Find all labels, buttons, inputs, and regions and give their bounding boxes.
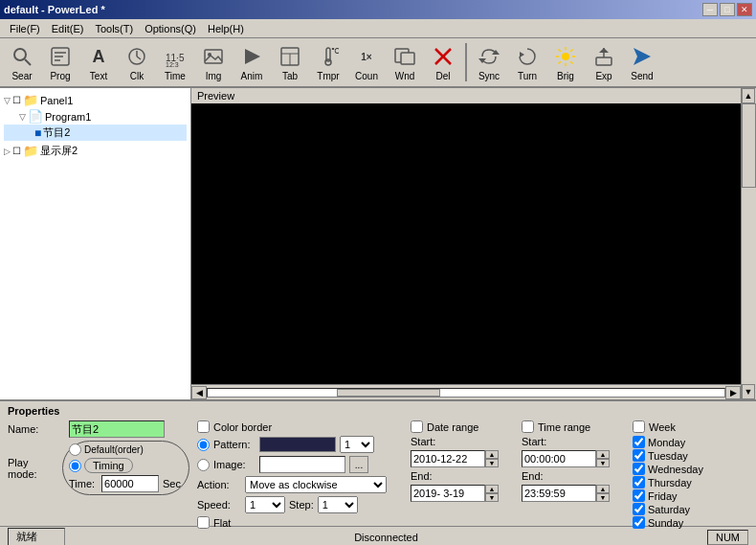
tool-img[interactable]: Img — [195, 40, 232, 84]
friday-checkbox[interactable] — [633, 489, 645, 502]
tool-tab[interactable]: Tab — [272, 40, 308, 84]
props-left-section: Name: Play mode: Default(order) Timing — [8, 420, 189, 495]
playmode-timing-radio[interactable] — [69, 460, 81, 472]
tree-item-program1[interactable]: ▽ 📄 Program1 — [4, 108, 187, 125]
time-row: Time: Sec — [69, 475, 181, 492]
app-title: default - PowerLed * — [4, 4, 105, 15]
name-row: Name: — [8, 420, 189, 438]
svg-point-0 — [14, 49, 26, 60]
image-browse-btn[interactable]: ... — [349, 456, 368, 473]
tree-item-panel1[interactable]: ▽ ☐ 📁 Panel1 — [4, 92, 187, 108]
tree-item-jie2[interactable]: ■ 节目2 — [4, 125, 187, 141]
tool-brig[interactable]: Brig — [547, 40, 584, 84]
week-tuesday: Tuesday — [633, 449, 728, 462]
close-button[interactable]: ✕ — [737, 3, 752, 16]
week-checkbox[interactable] — [633, 420, 645, 433]
time-input[interactable] — [101, 475, 159, 492]
time-start-down[interactable]: ▼ — [596, 459, 610, 467]
props-week: Week Monday Tuesday Wednesday Thursday F… — [633, 420, 728, 529]
pattern-select[interactable]: 1 2 — [340, 436, 374, 453]
svg-text:℃: ℃ — [331, 47, 339, 56]
menu-tools[interactable]: Tools(T) — [89, 21, 139, 36]
speed-select[interactable]: 123 — [245, 496, 285, 513]
start-date-up[interactable]: ▲ — [485, 450, 499, 459]
menu-help[interactable]: Help(H) — [202, 21, 250, 36]
saturday-checkbox[interactable] — [633, 503, 645, 515]
h-scrollbar: ◀ ▶ — [191, 384, 741, 399]
time-end-down[interactable]: ▼ — [596, 493, 610, 502]
tool-sync[interactable]: Sync — [471, 40, 507, 84]
tool-turn[interactable]: Turn — [509, 40, 545, 84]
date-range-header: Date range — [411, 420, 514, 433]
tool-tmpr-label: Tmpr — [317, 71, 339, 81]
start-date-down[interactable]: ▼ — [485, 459, 499, 467]
step-select[interactable]: 123 — [318, 496, 358, 513]
wednesday-checkbox[interactable] — [633, 463, 645, 475]
minimize-button[interactable]: ─ — [702, 3, 718, 16]
image-radio[interactable] — [197, 459, 210, 471]
h-scroll-thumb[interactable] — [337, 389, 440, 397]
menu-options[interactable]: Options(Q) — [139, 21, 202, 36]
sunday-checkbox[interactable] — [633, 516, 645, 529]
time-range-checkbox[interactable] — [522, 420, 534, 433]
tool-time[interactable]: 11·512:3 Time — [157, 40, 193, 84]
time-end-input[interactable] — [522, 485, 596, 502]
tool-prog[interactable]: Prog — [42, 40, 78, 84]
scroll-right-btn[interactable]: ▶ — [725, 386, 741, 399]
tool-anim[interactable]: Anim — [233, 40, 270, 84]
svg-line-32 — [559, 50, 561, 52]
date-range-checkbox[interactable] — [411, 420, 423, 433]
end-date-down[interactable]: ▼ — [485, 493, 499, 502]
playmode-default-radio[interactable] — [69, 443, 81, 456]
tool-tmpr[interactable]: ℃ Tmpr — [310, 40, 346, 84]
tool-text[interactable]: A Text — [80, 40, 117, 84]
tool-prog-label: Prog — [50, 71, 70, 81]
tool-sear[interactable]: Sear — [4, 40, 40, 84]
tool-clk[interactable]: Clk — [119, 40, 155, 84]
menu-edit[interactable]: Edit(E) — [46, 21, 90, 36]
tuesday-checkbox[interactable] — [633, 449, 645, 462]
preview-area-container: Preview ◀ ▶ — [191, 88, 741, 399]
v-scroll-thumb[interactable] — [742, 103, 756, 188]
svg-line-34 — [570, 50, 572, 52]
svg-marker-26 — [520, 52, 524, 57]
scroll-down-btn[interactable]: ▼ — [742, 384, 755, 399]
tool-wnd[interactable]: Wnd — [387, 40, 423, 84]
tool-del[interactable]: Del — [425, 40, 461, 84]
monday-checkbox[interactable] — [633, 436, 645, 448]
menu-file[interactable]: File(F) — [4, 21, 46, 36]
pattern-radio[interactable] — [197, 439, 210, 451]
end-date-input[interactable] — [411, 485, 485, 502]
svg-marker-38 — [599, 48, 609, 53]
color-border-checkbox[interactable] — [197, 420, 210, 433]
start-date-input[interactable] — [411, 450, 485, 467]
tree-item-label: Panel1 — [40, 95, 73, 106]
pattern-row: Pattern: 1 2 — [197, 436, 403, 453]
tool-time-label: Time — [165, 71, 186, 81]
scroll-left-btn[interactable]: ◀ — [191, 386, 207, 399]
time-start-up[interactable]: ▲ — [596, 450, 610, 459]
tree-item-label: Program1 — [45, 111, 91, 123]
wednesday-label: Wednesday — [648, 464, 703, 475]
expand-icon: ▷ — [4, 147, 11, 156]
tool-exp[interactable]: Exp — [586, 40, 622, 84]
tree-item-display2[interactable]: ▷ ☐ 📁 显示屏2 — [4, 143, 187, 159]
end-date-up[interactable]: ▲ — [485, 485, 499, 493]
action-select[interactable]: Move as clockwise Static Move left Move … — [245, 476, 387, 493]
thursday-checkbox[interactable] — [633, 476, 645, 488]
tool-coun[interactable]: 1× Coun — [348, 40, 385, 84]
name-input[interactable] — [69, 420, 165, 438]
week-wednesday: Wednesday — [633, 463, 728, 475]
maximize-button[interactable]: □ — [720, 3, 735, 16]
folder-icon: 📁 — [23, 144, 38, 158]
time-end-up[interactable]: ▲ — [596, 485, 610, 493]
tool-send[interactable]: Send — [624, 40, 660, 84]
search-icon — [9, 43, 35, 70]
flat-checkbox[interactable] — [197, 516, 210, 529]
time-start-field: ▲ ▼ — [522, 450, 625, 467]
time-start-input[interactable] — [522, 450, 596, 467]
scroll-up-btn[interactable]: ▲ — [742, 88, 755, 103]
image-path-input[interactable] — [259, 456, 345, 473]
monday-label: Monday — [648, 437, 685, 448]
send-icon — [629, 43, 656, 70]
